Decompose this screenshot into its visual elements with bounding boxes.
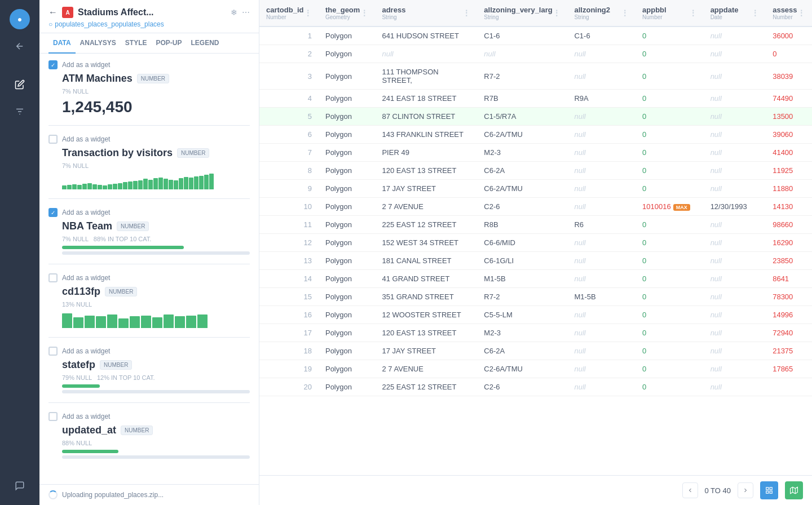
- cell-adress: 2 7 AVENUE: [375, 198, 477, 216]
- cell-appdate: null: [704, 26, 766, 45]
- cell-geom: Polygon: [319, 216, 375, 234]
- tab-data[interactable]: DATA: [48, 33, 76, 54]
- cell-appdate: null: [704, 216, 766, 234]
- cell-geom: Polygon: [319, 63, 375, 90]
- widget-checkbox-atm[interactable]: ✓: [48, 60, 58, 69]
- cell-appbbl: 0: [636, 26, 704, 45]
- col-menu-cartodb-id[interactable]: ⋮: [304, 8, 312, 17]
- table-row[interactable]: 16 Polygon 12 WOOSTER STREET C5-5-LM nul…: [259, 306, 812, 324]
- cell-allzoning2: null: [567, 45, 636, 63]
- col-menu-allzoning2[interactable]: ⋮: [621, 8, 629, 17]
- more-icon[interactable]: ⋯: [242, 8, 250, 17]
- table-row[interactable]: 14 Polygon 41 GRAND STREET M1-5B null 0 …: [259, 270, 812, 288]
- table-row[interactable]: 8 Polygon 120 EAST 13 STREET C6-2A null …: [259, 162, 812, 180]
- table-row[interactable]: 20 Polygon 225 EAST 12 STREET C2-6 null …: [259, 378, 812, 396]
- widget-checkbox-updated-at[interactable]: [48, 412, 58, 421]
- table-view-button[interactable]: [760, 481, 778, 499]
- cell-adress: 181 CANAL STREET: [375, 252, 477, 270]
- cell-adress: 17 JAY STREET: [375, 180, 477, 198]
- widget-checkbox-cd113fp[interactable]: [48, 273, 58, 282]
- cell-appdate: null: [704, 90, 766, 108]
- cell-id: 18: [259, 342, 319, 360]
- cell-id: 12: [259, 234, 319, 252]
- widget-checkbox-statefp[interactable]: [48, 347, 58, 356]
- table-row[interactable]: 12 Polygon 152 WEST 34 STREET C6-6/MID n…: [259, 234, 812, 252]
- table-row[interactable]: 6 Polygon 143 FRANKLIN STREET C6-2A/TMU …: [259, 126, 812, 144]
- table-row[interactable]: 19 Polygon 2 7 AVENUE C2-6A/TMU null 0 n…: [259, 360, 812, 378]
- map-view-button[interactable]: [785, 481, 803, 499]
- cell-id: 17: [259, 324, 319, 342]
- add-widget-label-statefp: Add as a widget: [62, 347, 110, 355]
- filter-icon[interactable]: [10, 101, 30, 122]
- cell-appbbl: 0: [636, 144, 704, 162]
- tab-analysys[interactable]: ANALYSYS: [76, 33, 121, 54]
- table-row[interactable]: 13 Polygon 181 CANAL STREET C6-1G/LI nul…: [259, 252, 812, 270]
- col-menu-allzoning1[interactable]: ⋮: [553, 8, 561, 17]
- cell-id: 16: [259, 306, 319, 324]
- cell-allzoning2: null: [567, 63, 636, 90]
- divider-2: [48, 198, 250, 199]
- snowflake-icon[interactable]: ❄: [231, 8, 237, 17]
- tab-legend[interactable]: LEGEND: [186, 33, 223, 54]
- app-logo: ●: [10, 9, 30, 29]
- table-scroll[interactable]: cartodb_idNumber ⋮ the_geomGeometry ⋮ ad…: [259, 0, 812, 475]
- back-icon[interactable]: [10, 36, 30, 56]
- table-row[interactable]: 7 Polygon PIER 49 M2-3 null 0 null 41400: [259, 144, 812, 162]
- col-assess: assessNumber ⋮: [766, 0, 812, 26]
- divider-3: [48, 264, 250, 264]
- chat-icon[interactable]: [10, 476, 30, 496]
- cell-geom: Polygon: [319, 324, 375, 342]
- tab-popup[interactable]: POP-UP: [151, 33, 186, 54]
- col-menu-appdate[interactable]: ⋮: [751, 8, 759, 17]
- cell-id: 10: [259, 198, 319, 216]
- svg-rect-3: [766, 488, 769, 490]
- table-area: cartodb_idNumber ⋮ the_geomGeometry ⋮ ad…: [259, 0, 812, 505]
- cell-allzoning2: null: [567, 198, 636, 216]
- add-widget-label-nba: Add as a widget: [62, 209, 110, 216]
- prev-page-button[interactable]: [682, 482, 698, 498]
- back-button[interactable]: ←: [48, 7, 58, 17]
- cell-assess: 14996: [766, 306, 812, 324]
- table-row[interactable]: 18 Polygon 17 JAY STREET C6-2A null 0 nu…: [259, 342, 812, 360]
- widget-name-statefp: statefp: [62, 359, 95, 371]
- cell-allzoning2: M1-5B: [567, 288, 636, 306]
- cell-adress: 41 GRAND STREET: [375, 270, 477, 288]
- cell-appbbl: 0: [636, 45, 704, 63]
- pagination: 0 TO 40: [682, 482, 754, 498]
- table-row[interactable]: 4 Polygon 241 EAST 18 STREET R7B R9A 0 n…: [259, 90, 812, 108]
- col-menu-assess[interactable]: ⋮: [797, 8, 805, 17]
- table-row[interactable]: 10 Polygon 2 7 AVENUE C2-6 null 1010016M…: [259, 198, 812, 216]
- cell-allzoning1: M1-5B: [477, 270, 567, 288]
- cell-appbbl: 1010016MAX: [636, 198, 704, 216]
- col-menu-the-geom[interactable]: ⋮: [360, 8, 368, 17]
- next-page-button[interactable]: [738, 482, 753, 498]
- tabs-bar: DATA ANALYSYS STYLE POP-UP LEGEND: [39, 33, 259, 54]
- table-row[interactable]: 5 Polygon 87 CLINTON STREET C1-5/R7A nul…: [259, 108, 812, 126]
- col-menu-adress[interactable]: ⋮: [462, 8, 470, 17]
- panel-header: ← A Stadiums Affect... ❄ ⋯ ○ populates_p…: [39, 0, 259, 33]
- cell-appbbl: 0: [636, 90, 704, 108]
- widget-checkbox-transaction[interactable]: [48, 135, 58, 144]
- cell-allzoning1: R7B: [477, 90, 567, 108]
- tab-style[interactable]: STYLE: [121, 33, 152, 54]
- cell-appdate: null: [704, 144, 766, 162]
- table-row[interactable]: 2 Polygon null null null 0 null 0: [259, 45, 812, 63]
- table-row[interactable]: 9 Polygon 17 JAY STREET C6-2A/TMU null 0…: [259, 180, 812, 198]
- table-header-row: cartodb_idNumber ⋮ the_geomGeometry ⋮ ad…: [259, 0, 812, 26]
- cell-geom: Polygon: [319, 378, 375, 396]
- table-row[interactable]: 1 Polygon 641 HUDSON STREET C1-6 C1-6 0 …: [259, 26, 812, 45]
- cell-adress: 351 GRAND STREET: [375, 288, 477, 306]
- add-widget-label-updated-at: Add as a widget: [62, 413, 110, 420]
- table-row[interactable]: 17 Polygon 120 EAST 13 STREET M2-3 null …: [259, 324, 812, 342]
- cell-id: 20: [259, 378, 319, 396]
- cell-allzoning2: null: [567, 360, 636, 378]
- edit-icon[interactable]: [10, 74, 30, 95]
- table-row[interactable]: 11 Polygon 225 EAST 12 STREET R8B R6 0 n…: [259, 216, 812, 234]
- table-row[interactable]: 3 Polygon 111 THOMPSON STREET, R7-2 null…: [259, 63, 812, 90]
- cell-allzoning2: null: [567, 234, 636, 252]
- loading-spinner: [48, 490, 58, 499]
- col-menu-appbbl[interactable]: ⋮: [689, 8, 697, 17]
- widget-checkbox-nba[interactable]: ✓: [48, 208, 58, 217]
- table-row[interactable]: 15 Polygon 351 GRAND STREET R7-2 M1-5B 0…: [259, 288, 812, 306]
- cell-geom: Polygon: [319, 360, 375, 378]
